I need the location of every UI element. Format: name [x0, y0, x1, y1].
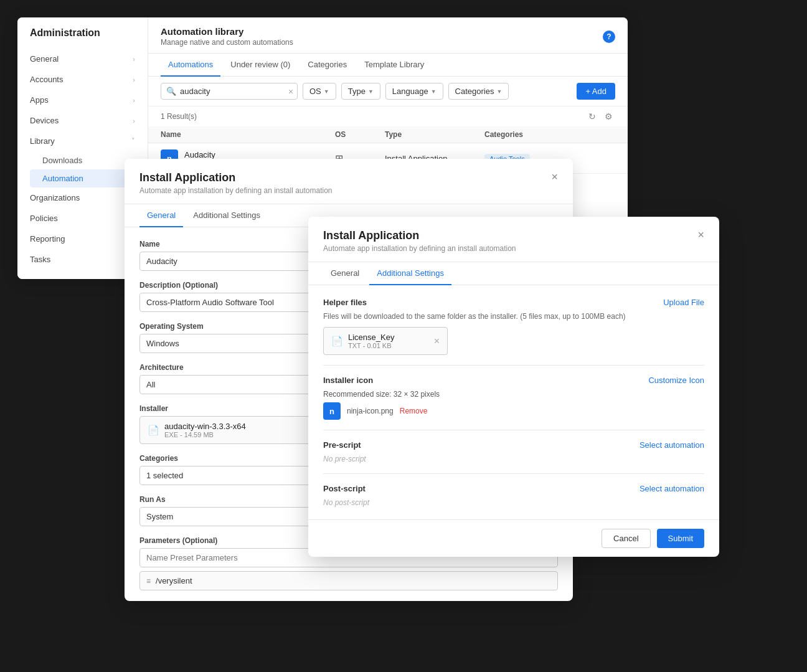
icon-preview: n ninja-icon.png Remove: [323, 402, 704, 420]
modal-1-header: Install Application Automate app install…: [125, 159, 573, 204]
modal-2-tabs: General Additional Settings: [308, 262, 719, 285]
modal-2-subtitle: Automate app installation by defining an…: [323, 244, 516, 253]
pre-script-placeholder: No pre-script: [323, 455, 704, 463]
categories-filter[interactable]: Categories ▼: [448, 83, 509, 100]
helper-file-name: License_Key: [348, 333, 429, 342]
installer-icon-header: Installer icon Customize Icon: [323, 376, 704, 385]
caret-down-icon: ▼: [324, 88, 329, 95]
post-script-title: Post-script: [323, 484, 366, 493]
modal-2-close[interactable]: ×: [697, 229, 704, 240]
search-input[interactable]: [180, 87, 285, 96]
caret-down-icon: ▼: [431, 88, 437, 95]
select-post-script-button[interactable]: Select automation: [639, 484, 704, 493]
helper-file-info: License_Key TXT - 0.01 KB: [348, 333, 429, 349]
sidebar-item-apps[interactable]: Apps ›: [17, 90, 148, 110]
modal-1-subtitle: Automate app installation by defining an…: [139, 186, 333, 195]
customize-icon-button[interactable]: Customize Icon: [648, 376, 704, 385]
param-text: /verysilent: [156, 576, 192, 585]
sidebar-item-devices[interactable]: Devices ›: [17, 110, 148, 131]
sidebar-item-general[interactable]: General ›: [17, 49, 148, 69]
modal-1-close[interactable]: ×: [551, 171, 558, 182]
install-modal-2: Install Application Automate app install…: [308, 217, 719, 557]
helper-files-header: Helper files Upload File: [323, 298, 704, 307]
separator-3: [323, 473, 704, 474]
results-row: 1 Result(s) ↻ ⚙: [148, 106, 628, 126]
modal-2-tab-general[interactable]: General: [323, 262, 367, 285]
helper-file-icon: 📄: [331, 336, 343, 347]
tab-template-library[interactable]: Template Library: [357, 54, 432, 77]
clear-search-icon[interactable]: ×: [288, 87, 293, 96]
results-count: 1 Result(s): [161, 112, 197, 121]
col-header-type: Type: [385, 130, 484, 139]
table-header: Name OS Type Categories: [148, 126, 628, 143]
modal-1-title: Install Application: [139, 171, 333, 184]
chevron-right-icon: ›: [133, 55, 135, 63]
col-header-os: OS: [335, 130, 385, 139]
modal-1-tab-additional[interactable]: Additional Settings: [186, 204, 268, 227]
installer-icon-title: Installer icon: [323, 376, 373, 385]
modal-2-header: Install Application Automate app install…: [308, 217, 719, 262]
installer-icon-section: Installer icon Customize Icon Recommende…: [323, 376, 704, 420]
modal-2-footer: Cancel Submit: [308, 519, 719, 557]
rec-size-text: Recommended size: 32 × 32 pixels: [323, 390, 704, 399]
post-script-placeholder: No post-script: [323, 498, 704, 507]
chevron-right-icon: ›: [133, 76, 135, 83]
pre-script-header: Pre-script Select automation: [323, 440, 704, 450]
chevron-down-icon: ˅: [131, 137, 135, 145]
cancel-button[interactable]: Cancel: [602, 529, 650, 548]
separator-1: [323, 365, 704, 366]
sidebar-title: Administration: [17, 27, 148, 49]
refresh-icon[interactable]: ↻: [586, 110, 598, 123]
helper-file-meta: TXT - 0.01 KB: [348, 342, 429, 349]
icon-filename: ninja-icon.png: [347, 407, 394, 415]
os-filter[interactable]: OS ▼: [303, 83, 336, 100]
pre-script-section: Pre-script Select automation No pre-scri…: [323, 440, 704, 463]
modal-2-body: Helper files Upload File Files will be d…: [308, 285, 719, 519]
sidebar-item-library[interactable]: Library ˅: [17, 131, 148, 151]
caret-down-icon: ▼: [496, 88, 502, 95]
modal-2-title: Install Application: [323, 229, 516, 242]
remove-helper-file-button[interactable]: ×: [434, 336, 440, 347]
caret-down-icon: ▼: [368, 88, 374, 95]
post-script-section: Post-script Select automation No post-sc…: [323, 484, 704, 507]
toolbar: 🔍 × OS ▼ Type ▼ Language ▼ Categories ▼ …: [148, 77, 628, 106]
modal-1-tab-general[interactable]: General: [139, 204, 183, 227]
col-header-categories: Categories: [484, 130, 615, 139]
col-header-name: Name: [161, 130, 335, 139]
file-icon: 📄: [148, 425, 159, 436]
remove-icon-button[interactable]: Remove: [400, 407, 428, 415]
select-pre-script-button[interactable]: Select automation: [639, 440, 704, 450]
chevron-right-icon: ›: [133, 97, 135, 104]
search-icon: 🔍: [166, 87, 176, 96]
tab-categories[interactable]: Categories: [300, 54, 354, 77]
sidebar-item-accounts[interactable]: Accounts ›: [17, 69, 148, 90]
param-icon: ≡: [146, 577, 151, 585]
search-box[interactable]: 🔍 ×: [161, 83, 298, 100]
tab-under-review[interactable]: Under review (0): [223, 54, 298, 77]
app-name: Audacity: [184, 150, 292, 159]
helper-files-desc: Files will be downloaded to the same fol…: [323, 312, 704, 321]
post-script-header: Post-script Select automation: [323, 484, 704, 493]
ninja-icon: n: [323, 402, 341, 420]
library-header: Automation library Manage native and cus…: [148, 17, 628, 54]
language-filter[interactable]: Language ▼: [385, 83, 443, 100]
settings-icon[interactable]: ⚙: [602, 110, 615, 123]
submit-button[interactable]: Submit: [657, 529, 704, 548]
pre-script-title: Pre-script: [323, 440, 361, 450]
modal-2-tab-additional[interactable]: Additional Settings: [369, 262, 451, 285]
helper-files-title: Helper files: [323, 298, 367, 307]
helper-file-chip: 📄 License_Key TXT - 0.01 KB ×: [323, 327, 448, 355]
page-title: Automation library: [161, 26, 293, 37]
library-tabs: Automations Under review (0) Categories …: [148, 54, 628, 77]
help-icon[interactable]: ?: [603, 31, 615, 43]
upload-file-button[interactable]: Upload File: [663, 298, 704, 307]
chevron-right-icon: ›: [133, 117, 135, 125]
page-subtitle: Manage native and custom automations: [161, 38, 293, 47]
parameter-value-row: ≡ /verysilent: [139, 571, 558, 590]
type-filter[interactable]: Type ▼: [341, 83, 380, 100]
tab-automations[interactable]: Automations: [161, 54, 220, 77]
add-button[interactable]: + Add: [577, 83, 615, 100]
helper-files-section: Helper files Upload File Files will be d…: [323, 298, 704, 355]
separator-2: [323, 430, 704, 430]
